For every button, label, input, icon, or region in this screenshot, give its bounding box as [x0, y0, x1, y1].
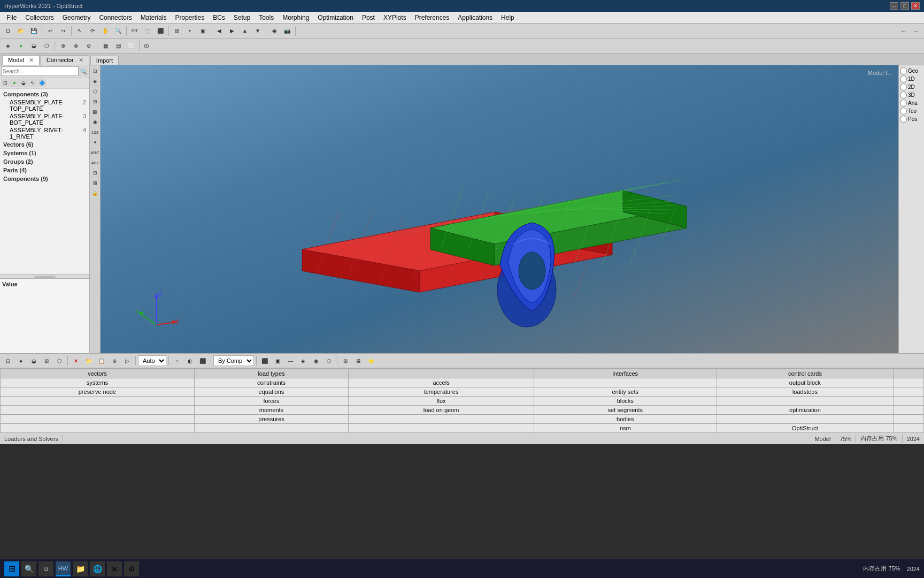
- radio-too-input[interactable]: [900, 108, 907, 115]
- select-button[interactable]: ↖: [74, 25, 86, 37]
- view-left[interactable]: ◀: [213, 25, 225, 37]
- rotate-button[interactable]: ⟳: [87, 25, 98, 37]
- menu-materials[interactable]: Materials: [136, 13, 171, 22]
- taskbar-app3[interactable]: 🌐: [90, 561, 105, 576]
- menu-bcs[interactable]: BCs: [209, 13, 229, 22]
- tree-section-components2[interactable]: Components (9): [2, 174, 87, 183]
- bt-shape5[interactable]: ◉: [310, 355, 322, 367]
- taskbar-app1[interactable]: HW: [56, 561, 71, 576]
- bt-cube2[interactable]: ▣: [272, 355, 283, 367]
- cell-moments[interactable]: moments: [194, 406, 348, 415]
- vt-btn10[interactable]: Abc: [90, 158, 100, 168]
- t2-btn2[interactable]: ●: [15, 40, 27, 52]
- tab-import[interactable]: Import: [90, 56, 119, 65]
- tree-section-systems[interactable]: Systems (1): [2, 149, 87, 157]
- t2-btn8[interactable]: ▦: [99, 40, 111, 52]
- open-button[interactable]: 📂: [15, 25, 27, 37]
- radio-1d[interactable]: 1D: [900, 75, 923, 82]
- menu-properties[interactable]: Properties: [171, 13, 209, 22]
- vt-btn8[interactable]: ✦: [90, 138, 100, 147]
- t2-btn4[interactable]: ⬡: [41, 40, 52, 52]
- view-front[interactable]: ▼: [252, 25, 264, 37]
- cell-optimization[interactable]: optimization: [717, 406, 894, 415]
- t2-btn1[interactable]: ◈: [2, 40, 14, 52]
- radio-ana[interactable]: Ana: [900, 100, 923, 107]
- radio-3d-input[interactable]: [900, 92, 907, 98]
- tab-model-close[interactable]: ✕: [29, 57, 34, 63]
- t2-btn5[interactable]: ⊕: [57, 40, 69, 52]
- bt-btn4[interactable]: ⊞: [41, 355, 52, 367]
- shaded-button[interactable]: ⬛: [155, 25, 166, 37]
- bt-cube3[interactable]: ⬡: [323, 355, 335, 367]
- t2-btn9[interactable]: ▤: [112, 40, 124, 52]
- menu-connectors[interactable]: Connectors: [95, 13, 136, 22]
- cell-systems[interactable]: systems: [1, 378, 195, 387]
- bt-shape3[interactable]: ⬛: [197, 355, 209, 367]
- bt-star[interactable]: ⭐: [365, 355, 377, 367]
- tree-scrollbar[interactable]: [0, 274, 89, 278]
- cell-loadsteps[interactable]: loadsteps: [717, 387, 894, 397]
- view-top[interactable]: ▲: [239, 25, 251, 37]
- t2-id[interactable]: ID: [142, 40, 151, 52]
- undo-button[interactable]: ↩: [44, 25, 56, 37]
- bycomp-dropdown[interactable]: By Comp: [213, 355, 254, 366]
- cell-accels[interactable]: accels: [349, 378, 534, 387]
- new-button[interactable]: 🗋: [2, 25, 14, 37]
- menu-preferences[interactable]: Preferences: [411, 13, 454, 22]
- bt-shape4[interactable]: ◈: [297, 355, 309, 367]
- t2-btn6[interactable]: ⊗: [70, 40, 82, 52]
- radio-2d[interactable]: 2D: [900, 83, 923, 90]
- menu-tools[interactable]: Tools: [255, 13, 278, 22]
- bt-grid1[interactable]: ⊞: [340, 355, 351, 367]
- menu-geometry[interactable]: Geometry: [58, 13, 95, 22]
- vt-btn4[interactable]: ⊞: [90, 97, 100, 107]
- bt-btn8[interactable]: 📋: [96, 355, 107, 367]
- arrow-left-button[interactable]: ←: [897, 25, 909, 37]
- radio-ana-input[interactable]: [900, 100, 907, 107]
- vt-btn5[interactable]: ▦: [90, 107, 100, 117]
- tree-icon3[interactable]: ◒: [19, 79, 28, 87]
- bt-btn5[interactable]: ⬡: [53, 355, 65, 367]
- auto-dropdown[interactable]: Auto: [138, 355, 166, 366]
- search-icon[interactable]: 🔍: [79, 66, 88, 76]
- radio-geo-input[interactable]: [900, 67, 907, 74]
- t2-btn3[interactable]: ◒: [28, 40, 40, 52]
- search-taskbar-button[interactable]: 🔍: [21, 561, 36, 576]
- cell-constraints[interactable]: constraints: [194, 378, 348, 387]
- minimize-button[interactable]: —: [890, 2, 898, 10]
- bt-btn10[interactable]: ▷: [121, 355, 133, 367]
- vt-btn11[interactable]: ⊟: [90, 168, 100, 178]
- taskbar-app5[interactable]: ⚙: [124, 561, 139, 576]
- menu-optimization[interactable]: Optimization: [313, 13, 358, 22]
- cell-bodies[interactable]: bodies: [534, 415, 717, 424]
- cell-equations[interactable]: equations: [194, 387, 348, 397]
- cell-optistruct[interactable]: OptiStruct: [717, 424, 894, 433]
- cell-nsm[interactable]: nsm: [534, 424, 717, 433]
- t2-btn10[interactable]: ⬜: [125, 40, 137, 52]
- bt-shape2[interactable]: ◐: [184, 355, 196, 367]
- taskview-button[interactable]: ⧉: [38, 561, 53, 576]
- start-button[interactable]: ⊞: [4, 561, 19, 576]
- tab-connector-close[interactable]: ✕: [79, 57, 83, 63]
- radio-1d-input[interactable]: [900, 75, 907, 82]
- bt-display[interactable]: 🖥: [352, 355, 364, 367]
- radio-pos[interactable]: Pos: [900, 116, 923, 123]
- capture-button[interactable]: 📷: [281, 25, 293, 37]
- cell-pressures[interactable]: pressures: [194, 415, 348, 424]
- radio-too[interactable]: Too: [900, 108, 923, 115]
- menu-morphing[interactable]: Morphing: [278, 13, 313, 22]
- menu-collectors[interactable]: Collectors: [21, 13, 58, 22]
- tree-icon1[interactable]: ⊡: [1, 79, 10, 87]
- view-right[interactable]: ▶: [226, 25, 238, 37]
- node-button[interactable]: •: [184, 25, 196, 37]
- close-button[interactable]: ✕: [911, 2, 920, 10]
- redo-button[interactable]: ↪: [57, 25, 69, 37]
- vt-btn9[interactable]: ABC: [90, 148, 100, 157]
- bt-btn9[interactable]: ⊕: [109, 355, 120, 367]
- wireframe-button[interactable]: ⬚: [142, 25, 153, 37]
- vt-btn1[interactable]: ⊡: [90, 66, 100, 76]
- zoom-button[interactable]: 🔍: [112, 25, 124, 37]
- render-button[interactable]: ◉: [268, 25, 280, 37]
- tree-section-groups[interactable]: Groups (2): [2, 157, 87, 166]
- cell-entity-sets[interactable]: entity sets: [534, 387, 717, 397]
